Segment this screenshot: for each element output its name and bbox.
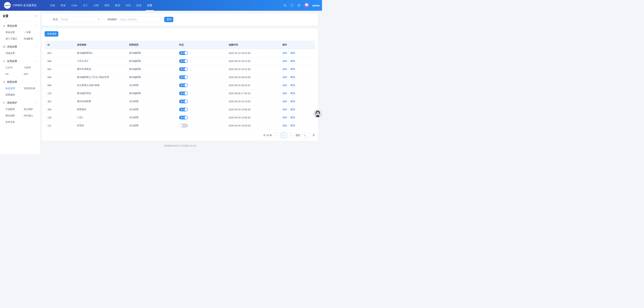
role-table: ID身份昵称权限类型状态创建时间操作 602移动端权限001移动端权限显示202… — [44, 41, 315, 130]
floating-assistant-avatar[interactable] — [314, 109, 322, 117]
edit-link[interactable]: 编辑 — [282, 84, 287, 86]
nav-item-员工[interactable]: 员工 — [80, 0, 90, 11]
delete-link[interactable]: 删除 — [290, 68, 295, 70]
fullscreen-icon[interactable] — [290, 4, 294, 7]
sidebar-section-权限设置[interactable]: 权限设置 — [0, 79, 40, 85]
status-toggle[interactable]: 显示 — [179, 67, 188, 71]
edit-link[interactable]: 编辑 — [282, 68, 287, 70]
add-role-button[interactable]: 添加身份 — [44, 31, 58, 37]
nickname-input[interactable] — [118, 17, 160, 22]
status-toggle[interactable]: 显示 — [179, 92, 188, 95]
status-toggle-label: 显示 — [180, 67, 184, 71]
delete-link[interactable]: 删除 — [290, 124, 295, 127]
sidebar-item-一号通[interactable]: 一号通 — [24, 29, 40, 36]
collapse-left-icon[interactable] — [34, 15, 37, 18]
main-content: 状态: 请选择 身份昵称: 查询 添加身份 ID身份昵称权限类型状态创建时间操作… — [40, 11, 322, 154]
cell-nickname: 移动端权限001 — [74, 49, 126, 57]
sidebar-item-商业授权[interactable]: 商业授权 — [6, 112, 24, 119]
nav-item-数据[interactable]: 数据 — [112, 0, 123, 11]
sidebar-item-权限规则[interactable]: 权限规则 — [6, 92, 24, 98]
status-toggle[interactable]: 显示 — [179, 75, 188, 79]
status-select[interactable]: 请选择 — [60, 17, 102, 22]
sidebar-section-系统设置[interactable]: 系统设置 — [0, 23, 40, 29]
nav-item-CRM[interactable]: CRM — [68, 0, 80, 11]
cell-status: 显示 — [176, 105, 226, 113]
sidebar-item-角色管理[interactable]: 角色管理 — [6, 85, 24, 92]
nav-item-分销[interactable]: 分销 — [90, 0, 101, 11]
edit-link[interactable]: 编辑 — [282, 92, 287, 95]
cell-nickname: 移动端权限之工作台+商品管理 — [74, 73, 126, 81]
sidebar-section-系统维护[interactable]: 系统维护 — [0, 99, 40, 106]
edit-link[interactable]: 编辑 — [282, 108, 287, 111]
sidebar-section-消息设置[interactable]: 消息设置 — [0, 43, 40, 50]
chevron-up-icon — [35, 46, 37, 48]
nav-item-营销[interactable]: 营销 — [101, 0, 112, 11]
toggle-knob — [180, 124, 182, 127]
cell-actions: 编辑|删除 — [269, 97, 315, 105]
sidebar-item-存储配置[interactable]: 存储配置 — [24, 36, 40, 42]
nav-item-商城[interactable]: 商城 — [58, 0, 68, 11]
status-toggle[interactable]: 显示 — [179, 116, 188, 119]
table-row: 126门店1后台权限显示2025-03-28 15:06:35编辑|删除 — [44, 113, 315, 122]
delete-link[interactable]: 删除 — [290, 116, 295, 119]
sidebar-item-小程序[interactable]: 小程序 — [24, 65, 40, 71]
nav-item-财务[interactable]: 财务 — [134, 0, 144, 11]
sidebar-item-管理员列表[interactable]: 管理员列表 — [24, 85, 40, 92]
refresh-icon[interactable] — [297, 4, 300, 7]
cell-created-time: 2025-03-28 15:04:29 — [226, 122, 269, 130]
delete-link[interactable]: 删除 — [290, 108, 295, 111]
status-toggle[interactable]: 显示 — [179, 51, 188, 55]
status-toggle[interactable]: 显示 — [179, 59, 188, 63]
sidebar-item-第三方接口[interactable]: 第三方接口 — [6, 36, 24, 42]
sidebar-section-label: 应用设置 — [7, 60, 35, 63]
sidebar-section-应用设置[interactable]: 应用设置 — [0, 58, 40, 65]
cell-actions: 编辑|删除 — [269, 49, 315, 57]
sidebar-item-APP[interactable]: APP — [24, 71, 40, 77]
delete-link[interactable]: 删除 — [290, 100, 295, 103]
nickname-filter-label: 身份昵称: — [107, 18, 118, 21]
sidebar-item-定时任务[interactable]: 定时任务 — [6, 119, 24, 125]
edit-link[interactable]: 编辑 — [282, 100, 287, 103]
page-number-button[interactable]: 1 — [281, 133, 286, 138]
status-toggle-label: 显示 — [180, 116, 184, 119]
edit-link[interactable]: 编辑 — [282, 60, 287, 62]
toggle-knob — [184, 60, 188, 63]
sidebar-item-公众号[interactable]: 公众号 — [6, 65, 24, 71]
status-toggle[interactable]: 隐藏 — [179, 124, 188, 127]
nav-item-设置[interactable]: 设置 — [144, 0, 155, 11]
sidebar-item-消息设置[interactable]: 消息设置 — [6, 50, 24, 56]
nav-item-内容[interactable]: 内容 — [123, 0, 134, 11]
status-toggle[interactable]: 显示 — [179, 100, 188, 103]
status-toggle[interactable]: 显示 — [179, 83, 188, 87]
delete-link[interactable]: 删除 — [290, 76, 295, 78]
sidebar-section-label: 消息设置 — [7, 45, 35, 48]
cell-actions: 编辑|删除 — [269, 105, 315, 113]
edit-link[interactable]: 编辑 — [282, 52, 287, 54]
prev-page-button[interactable]: ‹ — [274, 133, 280, 138]
sidebar-item-系统设置[interactable]: 系统设置 — [6, 29, 24, 36]
edit-link[interactable]: 编辑 — [282, 116, 287, 119]
sidebar-item-开发配置[interactable]: 开发配置 — [6, 106, 24, 112]
sidebar-item-PC[interactable]: PC — [6, 71, 24, 77]
cell-permission-type: 后台权限 — [126, 81, 176, 89]
edit-link[interactable]: 编辑 — [282, 124, 287, 127]
action-divider: | — [289, 100, 289, 103]
toggle-knob — [184, 108, 188, 111]
user-avatar[interactable] — [304, 3, 309, 8]
table-row: 590移动端权限之工作台+商品管理移动端权限显示2025-09-25 09:43… — [44, 73, 315, 81]
delete-link[interactable]: 删除 — [290, 60, 295, 62]
edit-link[interactable]: 编辑 — [282, 76, 287, 78]
sidebar-item-安全维护[interactable]: 安全维护 — [24, 106, 40, 112]
delete-link[interactable]: 删除 — [290, 52, 295, 54]
next-page-button[interactable]: › — [288, 133, 293, 138]
search-icon[interactable] — [284, 4, 287, 7]
user-name[interactable]: admin — [312, 4, 320, 7]
jump-page-input[interactable] — [302, 133, 310, 138]
search-button[interactable]: 查询 — [164, 17, 173, 22]
status-toggle[interactable]: 显示 — [179, 108, 188, 111]
delete-link[interactable]: 删除 — [290, 92, 295, 95]
cell-permission-type: 移动端权限 — [126, 49, 176, 57]
nav-item-店铺[interactable]: 店铺 — [47, 0, 58, 11]
sidebar-item-对外接口[interactable]: 对外接口 — [24, 112, 40, 119]
delete-link[interactable]: 删除 — [290, 84, 295, 86]
